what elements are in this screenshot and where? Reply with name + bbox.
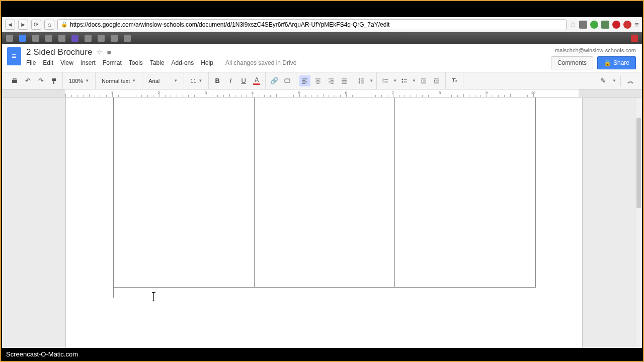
table-column[interactable] <box>395 98 535 287</box>
align-left-icon[interactable] <box>299 75 310 86</box>
insert-comment-icon[interactable] <box>282 75 293 86</box>
collapse-toolbar-icon[interactable]: ︽ <box>625 75 636 86</box>
italic-button[interactable]: I <box>225 75 236 86</box>
decrease-indent-icon[interactable] <box>418 75 429 86</box>
paragraph-style-select[interactable]: Normal text▼ <box>99 75 139 86</box>
align-right-icon[interactable] <box>326 75 337 86</box>
docs-logo-icon[interactable]: ≡ <box>7 47 21 65</box>
menu-addons[interactable]: Add-ons <box>172 59 194 66</box>
forward-button[interactable]: ► <box>18 20 28 30</box>
bookmark-item[interactable] <box>98 35 105 42</box>
home-button[interactable]: ⌂ <box>44 20 54 30</box>
extension-icon[interactable] <box>590 21 598 29</box>
bookmark-item[interactable] <box>71 35 78 42</box>
menu-view[interactable]: View <box>60 59 73 66</box>
menu-file[interactable]: File <box>26 59 36 66</box>
table-column[interactable] <box>114 98 255 287</box>
vertical-scrollbar[interactable] <box>635 98 642 348</box>
brochure-table[interactable] <box>113 98 536 288</box>
clear-formatting-icon[interactable]: Tx <box>449 75 460 86</box>
scrollbar-thumb[interactable] <box>636 118 641 208</box>
watermark-bar: Screencast-O-Matic.com <box>2 348 642 360</box>
bookmark-item[interactable] <box>32 35 39 42</box>
watermark-text: Screencast-O-Matic.com <box>6 350 78 358</box>
svg-point-28 <box>402 78 404 80</box>
url-input[interactable] <box>70 21 563 28</box>
bookmark-item[interactable] <box>19 35 26 42</box>
video-letterbox-top <box>2 2 642 17</box>
menu-tools[interactable]: Tools <box>129 59 143 66</box>
menu-help[interactable]: Help <box>201 59 213 66</box>
bookmark-item[interactable] <box>111 35 118 42</box>
browser-navbar: ◄ ► ⟳ ⌂ 🔒 ☆ ≡ <box>2 17 642 32</box>
extension-tray: ≡ <box>579 20 639 29</box>
print-icon[interactable] <box>9 75 20 86</box>
chevron-down-icon[interactable]: ▼ <box>612 78 616 83</box>
svg-rect-3 <box>53 81 54 84</box>
google-docs-app: ≡ 2 Sided Brochure ☆ ■ File Edit View In… <box>2 44 642 348</box>
chrome-menu-icon[interactable]: ≡ <box>634 20 639 29</box>
numbered-list-icon[interactable]: 12 <box>380 75 391 86</box>
font-size-select[interactable]: 11▼ <box>187 75 205 86</box>
menu-format[interactable]: Format <box>103 59 122 66</box>
svg-point-29 <box>402 81 404 82</box>
menu-table[interactable]: Table <box>150 59 165 66</box>
increase-indent-icon[interactable] <box>431 75 442 86</box>
redo-icon[interactable]: ↷ <box>35 75 46 86</box>
menu-insert[interactable]: Insert <box>80 59 96 66</box>
document-page[interactable] <box>65 98 583 348</box>
align-center-icon[interactable] <box>312 75 324 86</box>
editing-mode-icon[interactable]: ✎ <box>597 75 608 86</box>
svg-rect-2 <box>52 78 56 81</box>
margin-indicator <box>113 288 114 298</box>
lock-icon: 🔒 <box>61 21 68 28</box>
back-button[interactable]: ◄ <box>5 20 15 30</box>
bookmark-item[interactable] <box>6 35 13 42</box>
bookmark-item[interactable] <box>58 35 65 42</box>
svg-rect-1 <box>13 78 16 80</box>
docs-header: ≡ 2 Sided Brochure ☆ ■ File Edit View In… <box>2 44 642 72</box>
table-column[interactable] <box>255 98 395 287</box>
bookmarks-bar <box>2 32 642 44</box>
text-cursor <box>153 293 154 301</box>
chevron-down-icon[interactable]: ▼ <box>412 78 416 83</box>
star-icon[interactable]: ☆ <box>570 20 576 29</box>
line-spacing-icon[interactable] <box>356 75 367 86</box>
undo-icon[interactable]: ↶ <box>22 75 33 86</box>
chevron-down-icon[interactable]: ▼ <box>369 78 373 83</box>
bulleted-list-icon[interactable] <box>399 75 410 86</box>
move-folder-icon[interactable]: ■ <box>107 48 111 56</box>
insert-link-icon[interactable]: 🔗 <box>269 75 280 86</box>
formatting-toolbar: ↶ ↷ 100%▼ Normal text▼ Arial▼ 11▼ B <box>2 72 642 89</box>
chrome-window: ◄ ► ⟳ ⌂ 🔒 ☆ ≡ <box>2 17 642 348</box>
extension-icon[interactable] <box>579 21 587 29</box>
bookmark-item[interactable] <box>85 35 92 42</box>
bookmark-item[interactable] <box>124 35 131 42</box>
paint-format-icon[interactable] <box>48 75 59 86</box>
bookmark-item[interactable] <box>45 35 52 42</box>
star-document-icon[interactable]: ☆ <box>96 48 103 57</box>
underline-button[interactable]: U <box>238 75 249 86</box>
horizontal-ruler[interactable]: 12345678910 <box>2 89 642 98</box>
bold-button[interactable]: B <box>212 75 223 86</box>
comments-button[interactable]: Comments <box>551 56 593 69</box>
svg-rect-0 <box>12 80 17 83</box>
font-select[interactable]: Arial▼ <box>145 75 181 86</box>
address-bar[interactable]: 🔒 <box>57 19 567 30</box>
chevron-down-icon[interactable]: ▼ <box>393 78 397 83</box>
user-email[interactable]: maischch@winslow-schools.com <box>555 47 636 53</box>
share-button[interactable]: 🔒 Share <box>597 56 636 69</box>
align-justify-icon[interactable] <box>339 75 350 86</box>
save-status: All changes saved in Drive <box>225 59 296 66</box>
bookmark-item[interactable] <box>631 35 638 42</box>
reload-button[interactable]: ⟳ <box>31 20 41 30</box>
lock-icon: 🔒 <box>604 59 611 66</box>
document-title[interactable]: 2 Sided Brochure <box>26 47 92 57</box>
extension-icon[interactable] <box>612 21 620 29</box>
zoom-select[interactable]: 100%▼ <box>66 75 92 86</box>
extension-icon[interactable] <box>601 21 609 29</box>
menu-edit[interactable]: Edit <box>43 59 53 66</box>
extension-icon[interactable] <box>623 21 631 29</box>
text-color-button[interactable]: A <box>251 75 262 86</box>
document-canvas[interactable] <box>2 98 642 348</box>
